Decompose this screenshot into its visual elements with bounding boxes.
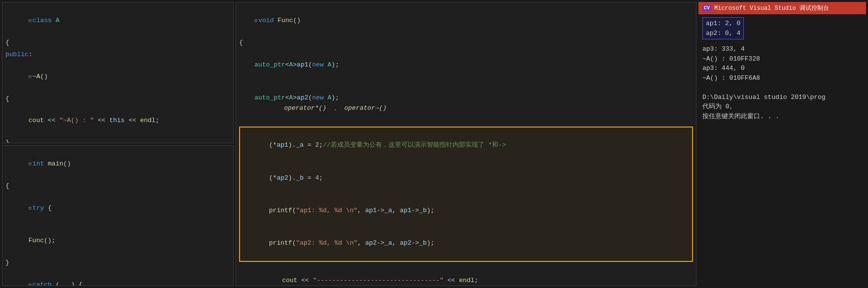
destructor-header: ⊟~A()	[2, 60, 233, 93]
blank-output	[702, 83, 862, 93]
console-output: ap1: 2, 0 ap2: 0, 4 ap3: 333, 4 ~A() : 0…	[698, 14, 866, 286]
output-ap3-2: ap3: 444, 0	[702, 64, 862, 73]
try-line: ⊟try {	[2, 192, 233, 224]
open-brace-1: {	[2, 37, 233, 48]
output-ap2: ap2: 0, 4	[706, 29, 740, 38]
annotation-box: (*ap1)._a = 2;//若成员变量为公有，这里可以演示智能指针内部实现了…	[239, 127, 693, 262]
destructor-close: }	[2, 137, 233, 143]
kw-class: class	[33, 17, 52, 24]
main-header: ⊟int main()	[2, 148, 233, 180]
output-anykey: 按任意键关闭此窗口. . .	[702, 112, 862, 122]
deref-ap1: (*ap1)._a = 2;//若成员变量为公有，这里可以演示智能指针内部实现了…	[243, 129, 689, 161]
destructor-body: cout << "~A() : " << this << endl;	[2, 104, 233, 137]
func-header: ⊟void Func()	[236, 4, 696, 37]
left-panel: ⊟class A { public: ⊟~A() { cout << "~A()…	[2, 2, 234, 286]
collapse-main[interactable]: ⊟	[29, 161, 32, 167]
vs-icon: CV	[702, 5, 711, 11]
output-ap1: ap1: 2, 0	[706, 19, 740, 29]
printf-ap2: printf("ap2: %d, %d \n", ap2->_a, ap2->_…	[243, 227, 689, 259]
collapse-try[interactable]: ⊟	[29, 206, 32, 211]
printf-ap1: printf("ap1: %d, %d \n", ap1->_a, ap1->_…	[243, 194, 689, 226]
func-open: {	[236, 37, 696, 48]
try-close: }	[2, 257, 233, 268]
collapse-catch[interactable]: ⊟	[29, 283, 32, 286]
collapse-icon[interactable]: ⊟	[29, 18, 32, 24]
collapse-icon-2[interactable]: ⊟	[29, 74, 32, 80]
class-header: ⊟class A	[2, 4, 233, 37]
func-panel: ⊟void Func() { auto_ptr<A>ap1(new A); au…	[236, 2, 696, 286]
operator-annotation: operator*() 、 operator→()	[284, 104, 386, 112]
output-code: 代码为 0。	[702, 102, 862, 112]
highlighted-output: ap1: 2, 0 ap2: 0, 4	[702, 17, 744, 39]
class-a-block: ⊟class A { public: ⊟~A() { cout << "~A()…	[2, 2, 234, 143]
main-block: ⊟int main() { ⊟try { Func(); } ⊟catch (.…	[2, 145, 234, 287]
collapse-func[interactable]: ⊟	[254, 18, 257, 24]
output-ap3-1: ap3: 333, 4	[702, 44, 862, 54]
deref-ap2: (*ap2)._b = 4;	[243, 161, 689, 194]
ap1-decl: auto_ptr<A>ap1(new A);	[236, 49, 696, 81]
class-name: A	[56, 17, 60, 24]
separator-line: cout << "-------------------------------…	[236, 264, 696, 286]
public-label: public:	[2, 49, 233, 60]
ap2-decl: auto_ptr<A>ap2(new A); operator*() 、 ope…	[236, 81, 696, 125]
console-title: Microsoft Visual Studio 调试控制台	[714, 4, 829, 12]
output-dtor-2: ~A() : 010FF6A8	[702, 73, 862, 83]
destructor-open: {	[2, 93, 233, 104]
output-rest: ap3: 333, 4 ~A() : 010FF328 ap3: 444, 0 …	[702, 44, 862, 121]
main-open: {	[2, 180, 233, 192]
catch-line: ⊟catch (...) {	[2, 268, 233, 286]
func-call: Func();	[2, 224, 233, 257]
output-path: D:\Daily\visual studio 2019\prog	[702, 93, 862, 102]
debug-console: CV Microsoft Visual Studio 调试控制台 ap1: 2,…	[698, 2, 866, 286]
output-dtor-1: ~A() : 010FF328	[702, 54, 862, 64]
console-titlebar: CV Microsoft Visual Studio 调试控制台	[698, 2, 866, 14]
